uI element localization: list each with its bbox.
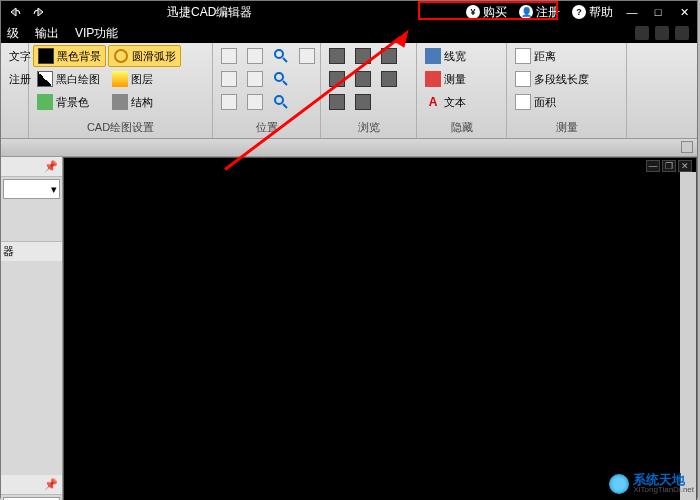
black-bg-button[interactable]: 黑色背景 [33,45,106,67]
tool-icon-1[interactable] [635,26,649,40]
close-button[interactable]: ✕ [677,5,691,19]
pos-tool-2[interactable] [217,68,241,90]
polyline-button[interactable]: 多段线长度 [511,68,593,90]
pos-tool-1[interactable] [217,45,241,67]
area-button[interactable]: 面积 [511,91,593,113]
maximize-button[interactable]: □ [651,5,665,19]
zoom-tool[interactable] [269,45,293,67]
distance-button[interactable]: 距离 [511,45,593,67]
zoom-tool-3[interactable] [269,91,293,113]
browse-icon-7 [381,48,397,64]
pos-icon-1 [221,48,237,64]
black-bg-icon [38,48,54,64]
yen-icon: ¥ [466,5,480,19]
distance-icon [515,48,531,64]
drawing-canvas[interactable]: — ❐ ✕ [63,157,697,500]
magnifier-icon [273,48,289,64]
structure-button[interactable]: 结构 [108,91,181,113]
menu-level[interactable]: 级 [7,25,19,42]
cad-settings-group-label: CAD绘图设置 [33,119,208,136]
redo-icon[interactable] [31,4,47,20]
app-title: 迅捷CAD编辑器 [167,4,252,21]
ribbon: 文字 注册 黑色背景 黑白绘图 背景色 圆滑弧形 图层 结构 CAD绘图设置 [1,43,697,139]
canvas-restore-icon[interactable]: ❐ [662,160,676,172]
browse-tool-7[interactable] [377,45,401,67]
measure-group-label: 测量 [511,119,622,136]
svg-line-2 [283,58,287,62]
browse-tool-1[interactable] [325,45,349,67]
browse-icon-8 [381,71,397,87]
chevron-down-icon[interactable] [681,141,693,153]
undo-icon[interactable] [7,4,23,20]
smooth-arc-icon [113,48,129,64]
browse-tool-6[interactable] [351,91,375,113]
browse-icon-5 [355,71,371,87]
browse-tool-8[interactable] [377,68,401,90]
help-icon: ? [572,5,586,19]
side-tab-2[interactable]: 器 [1,241,62,261]
menu-output[interactable]: 输出 [35,25,59,42]
magnifier-icon-3 [273,94,289,110]
buy-button[interactable]: ¥ 购买 [466,4,507,21]
canvas-close-icon[interactable]: ✕ [678,160,692,172]
bw-icon [37,71,53,87]
pos-tool-3[interactable] [217,91,241,113]
watermark-logo-icon [609,474,629,494]
bgcolor-icon [37,94,53,110]
browse-icon-3 [329,94,345,110]
bw-draw-button[interactable]: 黑白绘图 [33,68,106,90]
area-icon [515,94,531,110]
register-button[interactable]: 👤 注册 [519,4,560,21]
zoom-tool-2[interactable] [269,68,293,90]
svg-point-0 [115,50,127,62]
titlebar: 迅捷CAD编辑器 ¥ 购买 👤 注册 ? 帮助 — □ ✕ [1,1,697,23]
side-panel-header[interactable]: 📌 [1,157,62,177]
home-icon[interactable] [655,26,669,40]
side-panel-footer[interactable]: 📌 [1,475,62,495]
help-button[interactable]: ? 帮助 [572,4,613,21]
scrollbar-vertical[interactable] [680,172,696,500]
user-icon: 👤 [519,5,533,19]
browse-tool-4[interactable] [351,45,375,67]
pos-icon-4 [247,48,263,64]
pos-tool-5[interactable] [243,68,267,90]
browse-tool-2[interactable] [325,68,349,90]
position-group-label: 位置 [217,119,316,136]
browse-tool-5[interactable] [351,68,375,90]
pos-tool-6[interactable] [243,91,267,113]
svg-point-5 [275,96,283,104]
smooth-arc-button[interactable]: 圆滑弧形 [108,45,181,67]
help-small-icon[interactable] [675,26,689,40]
canvas-minimize-icon[interactable]: — [646,160,660,172]
svg-point-1 [275,50,283,58]
minimize-button[interactable]: — [625,5,639,19]
layers-button[interactable]: 图层 [108,68,181,90]
menu-vip[interactable]: VIP功能 [75,25,118,42]
side-panel: 📌 ▾ 器 📌 [1,157,63,500]
layers-icon [112,71,128,87]
pos-tool-4[interactable] [243,45,267,67]
svg-point-3 [275,73,283,81]
pos-icon-6 [247,94,263,110]
menubar: 级 输出 VIP功能 [1,23,697,43]
pos-icon-5 [247,71,263,87]
browse-icon-2 [329,71,345,87]
svg-line-4 [283,81,287,85]
pos-icon-7 [299,48,315,64]
text-a-icon: A [425,94,441,110]
browse-tool-3[interactable] [325,91,349,113]
browse-icon-6 [355,94,371,110]
linewidth-button[interactable]: 线宽 [421,45,470,67]
bg-color-button[interactable]: 背景色 [33,91,106,113]
text-button[interactable]: A文本 [421,91,470,113]
pos-tool-7[interactable] [295,45,319,67]
measure-button[interactable]: 测量 [421,68,470,90]
magnifier-icon-2 [273,71,289,87]
side-combo[interactable]: ▾ [3,179,60,199]
browse-icon-4 [355,48,371,64]
content-tabbar [1,139,697,157]
watermark: 系统天地 XiTongTianDi.net [609,473,694,494]
svg-line-6 [283,104,287,108]
measure-icon [425,71,441,87]
browse-icon-1 [329,48,345,64]
